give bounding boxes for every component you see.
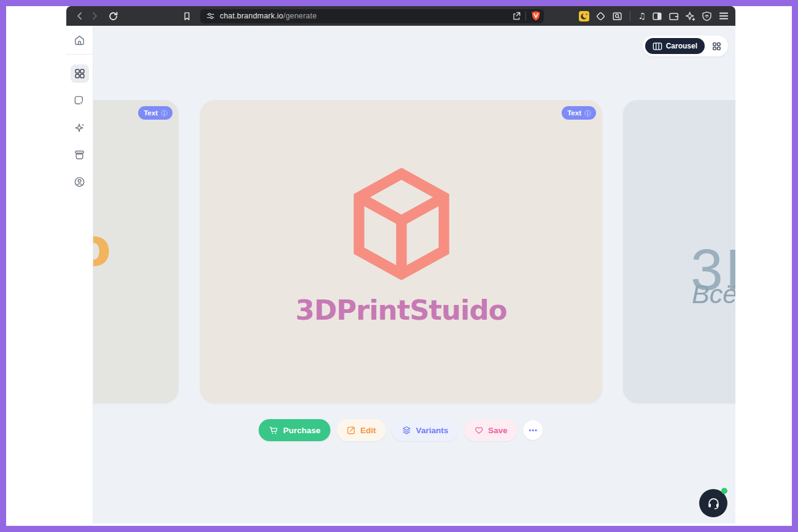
more-options-button[interactable]: ••• bbox=[524, 420, 543, 440]
sidebar-item-home[interactable] bbox=[66, 31, 93, 49]
vpn-button[interactable] bbox=[702, 11, 712, 21]
reload-button[interactable] bbox=[106, 9, 120, 23]
info-icon bbox=[160, 109, 168, 117]
media-icon: ♫ bbox=[638, 12, 646, 20]
account-icon bbox=[73, 175, 86, 188]
main-canvas: Carousel Text o Text bbox=[93, 26, 735, 523]
cart-icon bbox=[268, 425, 279, 436]
menu-button[interactable] bbox=[718, 10, 729, 21]
edit-label: Edit bbox=[360, 426, 376, 435]
logo-card-next[interactable]: 3D Всё bbox=[623, 100, 735, 403]
sidebar-divider bbox=[66, 54, 93, 55]
extensions-button[interactable] bbox=[595, 11, 606, 21]
app-sidebar bbox=[66, 26, 93, 523]
site-settings-icon[interactable] bbox=[206, 12, 215, 20]
forward-button[interactable] bbox=[87, 9, 102, 23]
bookmark-button[interactable] bbox=[179, 9, 194, 23]
grid-icon bbox=[74, 67, 86, 80]
text-badge[interactable]: Text bbox=[562, 106, 596, 120]
chevron-left-icon bbox=[75, 11, 85, 21]
support-chat-button[interactable] bbox=[699, 489, 727, 517]
edit-icon bbox=[346, 425, 356, 435]
logo-card-previous[interactable]: Text bbox=[93, 100, 179, 403]
carousel-view-button[interactable]: Carousel bbox=[645, 38, 705, 54]
chevron-right-icon bbox=[90, 11, 99, 21]
online-status-dot bbox=[721, 488, 727, 494]
purchase-label: Purchase bbox=[283, 426, 320, 435]
logo-wordmark: 3DPrintStuido bbox=[200, 294, 602, 326]
variants-label: Variants bbox=[416, 426, 449, 435]
url-host: chat.brandmark.io bbox=[220, 12, 283, 20]
url-bar[interactable]: chat.brandmark.io/generate bbox=[200, 9, 544, 23]
variants-button[interactable]: Variants bbox=[392, 419, 459, 441]
toolbar-divider bbox=[630, 11, 630, 21]
purchase-button[interactable]: Purchase bbox=[258, 419, 330, 441]
select-cursor-icon bbox=[73, 94, 86, 107]
dark-reader-icon bbox=[579, 11, 589, 21]
sidebar-icon bbox=[652, 11, 662, 21]
browser-toolbar: chat.brandmark.io/generate bbox=[66, 6, 735, 26]
sidebar-item-editor[interactable] bbox=[66, 91, 93, 110]
view-toggle: Carousel bbox=[643, 36, 728, 56]
sidebar-item-assets[interactable] bbox=[66, 145, 93, 164]
hamburger-menu-icon bbox=[718, 10, 729, 21]
share-button[interactable] bbox=[511, 11, 521, 21]
sidebar-item-gallery[interactable] bbox=[66, 64, 93, 83]
url-text: chat.brandmark.io/generate bbox=[220, 12, 317, 20]
screenshot-frame: { "browser": { "url_host": "chat.brandma… bbox=[0, 0, 798, 532]
cube-logo-icon bbox=[346, 168, 457, 280]
url-path: /generate bbox=[283, 12, 317, 20]
leo-ai-button[interactable] bbox=[685, 11, 695, 21]
save-button[interactable]: Save bbox=[464, 419, 517, 441]
brave-shield-button[interactable] bbox=[530, 10, 541, 21]
carousel-icon bbox=[653, 42, 662, 51]
archive-box-icon bbox=[73, 148, 86, 161]
back-button[interactable] bbox=[72, 9, 87, 23]
leo-ai-icon bbox=[685, 11, 695, 21]
info-icon bbox=[584, 109, 592, 117]
save-label: Save bbox=[488, 426, 508, 435]
layers-stack-icon bbox=[402, 425, 412, 435]
extensions-icon bbox=[595, 11, 606, 21]
active-item-background bbox=[71, 64, 89, 83]
vpn-shield-icon bbox=[702, 11, 712, 21]
sidebar-item-account[interactable] bbox=[66, 172, 93, 191]
carousel-label: Carousel bbox=[666, 42, 697, 50]
grid-view-icon bbox=[712, 42, 721, 51]
next-logo-tagline: Всё bbox=[692, 279, 735, 309]
app-area: Carousel Text o Text bbox=[66, 26, 735, 523]
ellipsis-icon: ••• bbox=[529, 426, 538, 434]
sidebar-item-ai-generate[interactable] bbox=[66, 118, 93, 137]
sidebar-toggle-button[interactable] bbox=[652, 11, 662, 21]
toolbar-extensions: ♫ bbox=[579, 10, 729, 21]
text-badge[interactable]: Text bbox=[138, 106, 172, 120]
share-icon bbox=[511, 11, 521, 21]
browser-window: chat.brandmark.io/generate bbox=[66, 6, 735, 523]
reload-icon bbox=[108, 11, 118, 21]
home-icon bbox=[73, 34, 86, 47]
grid-view-button[interactable] bbox=[707, 38, 726, 54]
tab-search-icon bbox=[612, 11, 622, 21]
url-bar-divider bbox=[525, 12, 526, 20]
logo-card-current[interactable]: Text 3DPrintStuido bbox=[200, 100, 602, 403]
badge-label: Text bbox=[567, 109, 581, 117]
badge-label: Text bbox=[144, 109, 158, 117]
url-bar-actions bbox=[511, 10, 541, 21]
wallet-button[interactable] bbox=[668, 11, 679, 21]
bookmark-icon bbox=[182, 12, 192, 21]
heart-icon bbox=[474, 425, 484, 435]
media-button[interactable]: ♫ bbox=[638, 12, 646, 20]
dark-reader-button[interactable] bbox=[579, 11, 589, 21]
edit-button[interactable]: Edit bbox=[336, 419, 386, 441]
headset-icon bbox=[707, 496, 721, 511]
sparkles-icon bbox=[73, 121, 86, 134]
tab-search-button[interactable] bbox=[612, 11, 622, 21]
brave-shield-icon bbox=[530, 10, 541, 21]
card-actions: Purchase Edit Variants Save ••• bbox=[258, 419, 543, 441]
wallet-icon bbox=[668, 11, 679, 21]
